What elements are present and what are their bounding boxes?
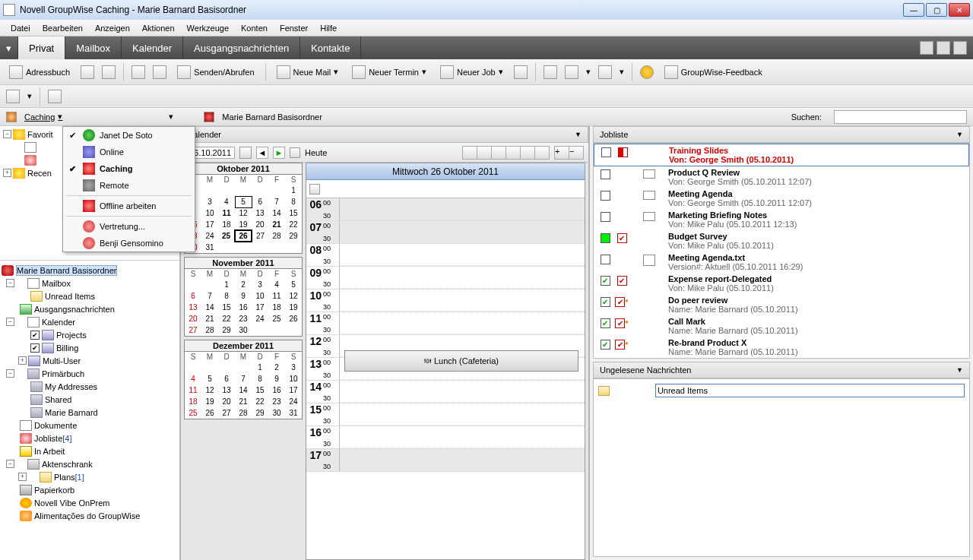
- calendar-icon[interactable]: [598, 65, 612, 79]
- job-row[interactable]: ●Re-brand Product XName: Marie Barnard (…: [594, 337, 969, 358]
- tree-primarbuch[interactable]: −Primärbuch: [2, 367, 178, 380]
- send-receive-button[interactable]: Senden/Abrufen: [174, 64, 258, 81]
- job-row[interactable]: Budget SurveyVon: Mike Palu (05.10.2011): [594, 230, 969, 252]
- new-mail-button[interactable]: Neue Mail▾: [274, 64, 342, 81]
- feedback-button[interactable]: GroupWise-Feedback: [661, 64, 765, 81]
- menu-bearbeiten[interactable]: Bearbeiten: [36, 22, 89, 34]
- menu-anzeigen[interactable]: Anzeigen: [89, 22, 136, 34]
- smiley-icon[interactable]: [640, 65, 654, 79]
- tree-ausgang[interactable]: Ausgangsnachrichten: [2, 302, 178, 315]
- tab-ausgangsnachrichten[interactable]: Ausgangsnachrichten: [183, 36, 300, 59]
- view-icon-2[interactable]: [937, 41, 950, 55]
- card-icon[interactable]: [81, 65, 94, 79]
- tree-aktenschrank[interactable]: −Aktenschrank: [2, 457, 178, 470]
- layout-icon[interactable]: [48, 90, 62, 103]
- menu-remote[interactable]: Remote: [63, 177, 195, 194]
- menu-janet[interactable]: ✔Janet De Soto: [63, 127, 195, 144]
- menu-konten[interactable]: Konten: [235, 22, 274, 34]
- chevron-down-icon[interactable]: ▾: [586, 67, 591, 77]
- allday-slot[interactable]: [306, 180, 585, 198]
- search-input[interactable]: [834, 110, 967, 124]
- view-icon-1[interactable]: [920, 41, 933, 55]
- note-icon[interactable]: [514, 65, 528, 79]
- new-appointment-button[interactable]: Neuer Termin▾: [349, 64, 429, 81]
- nav-dropdown-icon[interactable]: ▾: [0, 36, 18, 59]
- calendar-picker-icon[interactable]: [239, 147, 252, 159]
- job-row[interactable]: Expense report-DelegatedVon: Mike Palu (…: [594, 273, 969, 294]
- tree-papierkorb[interactable]: Papierkorb: [2, 483, 178, 496]
- minimize-button[interactable]: —: [903, 3, 924, 17]
- menu-werkzeuge[interactable]: Werkzeuge: [181, 22, 235, 34]
- tree-projects[interactable]: ✔Projects: [2, 328, 178, 341]
- view-month[interactable]: [491, 146, 506, 160]
- menu-online[interactable]: Online: [63, 144, 195, 160]
- joblist-header[interactable]: Jobliste▼: [593, 126, 970, 143]
- remove-view[interactable]: −: [569, 146, 584, 160]
- tree-inarbeit[interactable]: In Arbeit: [2, 445, 178, 457]
- tree-dokumente[interactable]: Dokumente: [2, 419, 178, 432]
- job-row[interactable]: Meeting Agenda.txtVersion#: Aktuell (05.…: [594, 252, 969, 273]
- menu-caching[interactable]: ✔Caching: [63, 160, 195, 177]
- job-row[interactable]: Marketing Briefing NotesVon: Mike Palu (…: [594, 209, 969, 230]
- tree-jobliste[interactable]: Jobliste [4]: [2, 432, 178, 445]
- view-multi[interactable]: [520, 146, 535, 160]
- view-day[interactable]: [462, 146, 477, 160]
- job-row[interactable]: Meeting AgendaVon: George Smith (05.10.2…: [594, 188, 969, 209]
- today-button[interactable]: Heute: [305, 148, 327, 157]
- view-year[interactable]: [506, 146, 521, 160]
- menu-hilfe[interactable]: Hilfe: [314, 22, 343, 34]
- tab-kalender[interactable]: Kalender: [122, 36, 183, 59]
- job-row[interactable]: Product Q ReviewVon: George Smith (05.10…: [594, 166, 969, 188]
- tree-kalender[interactable]: −Kalender: [2, 315, 178, 328]
- tree-unread[interactable]: Unread Items: [2, 289, 178, 302]
- prev-day-button[interactable]: ◄: [256, 147, 268, 159]
- tree-myaddresses[interactable]: My Addresses: [2, 380, 178, 393]
- tree-mailbox[interactable]: −Mailbox: [2, 277, 178, 289]
- tree-billing[interactable]: ✔Billing: [2, 341, 178, 354]
- mini-calendar[interactable]: November 2011SMDMDFS12345678910111213141…: [184, 257, 303, 337]
- search-icon[interactable]: [132, 65, 145, 79]
- find-user-icon[interactable]: [153, 65, 166, 79]
- unread-header[interactable]: Ungelesene Nachrichten▼: [593, 362, 970, 378]
- tree-vibe[interactable]: Novell Vibe OnPrem: [2, 496, 178, 509]
- chevron-down-icon[interactable]: ▾: [620, 67, 624, 77]
- view-x[interactable]: [534, 146, 550, 160]
- tree-shared[interactable]: Shared: [2, 393, 178, 406]
- tab-kontakte[interactable]: Kontakte: [300, 36, 361, 59]
- mini-calendar[interactable]: Dezember 2011SMDMDFS12345678910111213141…: [184, 340, 303, 419]
- menu-offline[interactable]: Offline arbeiten: [63, 198, 195, 214]
- menu-aktionen[interactable]: Aktionen: [136, 22, 181, 34]
- calendar-nav-icon[interactable]: [544, 65, 557, 79]
- appointment-lunch[interactable]: 🍽Lunch (Cafeteria): [344, 350, 578, 372]
- chevron-down-icon[interactable]: ▾: [27, 91, 32, 101]
- job-row[interactable]: Training SlidesVon: George Smith (05.10.…: [594, 144, 969, 166]
- next-day-button[interactable]: ►: [273, 147, 285, 159]
- tree-multiuser[interactable]: +Multi-User: [2, 354, 178, 367]
- print-icon[interactable]: [102, 65, 116, 79]
- addressbook-button[interactable]: Adressbuch: [6, 64, 73, 81]
- time-grid[interactable]: 0600300700300800300900301000301100301200…: [306, 198, 585, 559]
- tree-plans[interactable]: +Plans [1]: [2, 470, 178, 483]
- calendar-panel-header[interactable]: Kalender▼: [181, 126, 588, 143]
- tree-mariebarnard[interactable]: Marie Barnard: [2, 406, 178, 419]
- tree-root[interactable]: Marie Barnard Basisordner: [2, 264, 178, 277]
- unread-item[interactable]: Unread Items: [655, 384, 965, 397]
- view-week[interactable]: [477, 146, 492, 160]
- add-view[interactable]: +: [554, 146, 569, 160]
- job-row[interactable]: ●Call MarkName: Marie Barnard (05.10.201…: [594, 315, 969, 337]
- mini-calendar[interactable]: Oktober 2011SMDMDFS123456789101112131415…: [184, 163, 303, 254]
- job-row[interactable]: ●Do peer reviewName: Marie Barnard (05.1…: [594, 294, 969, 315]
- tab-privat[interactable]: Privat: [18, 36, 65, 59]
- new-task-button[interactable]: Neuer Job▾: [437, 64, 506, 81]
- caching-dropdown[interactable]: Caching▾: [24, 112, 62, 122]
- menu-fenster[interactable]: Fenster: [274, 22, 314, 34]
- tab-mailbox[interactable]: Mailbox: [65, 36, 122, 59]
- menu-datei[interactable]: Datei: [5, 22, 36, 34]
- menu-benji[interactable]: Benji Gensomino: [63, 235, 195, 252]
- maximize-button[interactable]: ▢: [926, 3, 947, 17]
- calendar-grid-icon[interactable]: [565, 65, 578, 79]
- tree-rss[interactable]: Alimentações do GroupWise: [2, 509, 178, 522]
- view-icon-3[interactable]: [953, 41, 967, 55]
- menu-vertretung[interactable]: Vertretung...: [63, 218, 195, 235]
- delete-icon[interactable]: [6, 90, 20, 103]
